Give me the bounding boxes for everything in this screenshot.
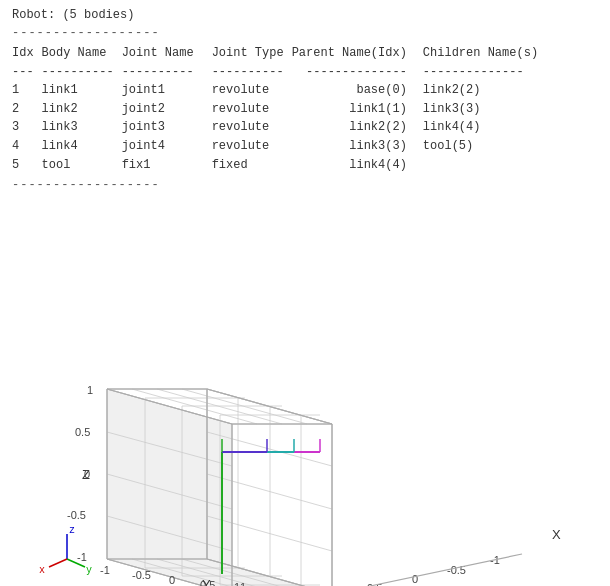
y-tick-0: 0: [169, 574, 175, 586]
table-row: 5 tool fix1 fixed link4(4): [12, 156, 546, 175]
col-header-body: Body Name: [42, 44, 122, 63]
y-tick-n0.5: -0.5: [132, 569, 151, 581]
robot-header: Robot: (5 bodies): [12, 8, 598, 22]
x-tick-0: 0: [412, 573, 418, 585]
top-dashed: ------------------: [12, 24, 598, 42]
table-row: 2 link2 joint2 revolute link1(1) link3(3…: [12, 100, 546, 119]
z-tick-0: 0: [84, 468, 90, 480]
table-row: 4 link4 joint4 revolute link3(3) tool(5): [12, 137, 546, 156]
bottom-dashed: ------------------: [12, 176, 598, 194]
col-header-parent: Parent Name(Idx): [292, 44, 423, 63]
z-tick-n0.5: -0.5: [67, 509, 86, 521]
robot-table: Idx Body Name Joint Name Joint Type Pare…: [12, 44, 546, 174]
z-tick-n1: -1: [77, 551, 87, 563]
table-header-row: Idx Body Name Joint Name Joint Type Pare…: [12, 44, 546, 63]
svg-text:z: z: [69, 525, 75, 536]
table-row: 3 link3 joint3 revolute link2(2) link4(4…: [12, 118, 546, 137]
col-header-idx: Idx: [12, 44, 42, 63]
y-tick-n1: -1: [100, 564, 110, 576]
z-tick-0.5: 0.5: [75, 426, 90, 438]
robot-label: Robot: (5 bodies): [12, 8, 134, 22]
y-tick-0.5: 0.5: [200, 579, 215, 586]
svg-line-69: [49, 559, 67, 567]
svg-line-54: [207, 389, 332, 424]
x-axis-label: X: [552, 527, 561, 542]
col-header-joint: Joint Name: [122, 44, 212, 63]
svg-text:x: x: [39, 565, 45, 576]
svg-text:y: y: [86, 565, 92, 576]
3d-chart: .grid-line { stroke: #ccc; stroke-width:…: [12, 204, 602, 586]
chart-area: .grid-line { stroke: #ccc; stroke-width:…: [12, 204, 602, 586]
table-row: 1 link1 joint1 revolute base(0) link2(2): [12, 81, 546, 100]
col-header-children: Children Name(s): [423, 44, 546, 63]
col-header-type: Joint Type: [212, 44, 292, 63]
main-container: Robot: (5 bodies) ------------------ Idx…: [0, 0, 610, 586]
table-header-dashes: --- ---------- ---------- ---------- ---…: [12, 63, 546, 82]
y-tick-11: 11: [234, 581, 246, 586]
z-tick-1: 1: [87, 384, 93, 396]
